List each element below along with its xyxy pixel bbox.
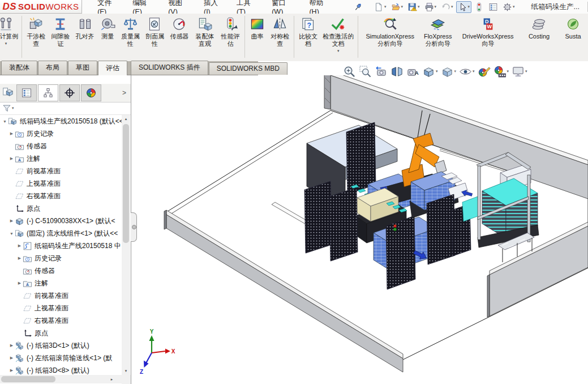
tree-item-sensors[interactable]: 传感器 — [0, 140, 122, 152]
section-view-button[interactable] — [390, 65, 404, 78]
symmetry-check-button[interactable]: 对称检查 — [269, 14, 291, 59]
view-orientation-button[interactable]: ▾ — [422, 65, 438, 78]
apply-scene-button[interactable]: ▾ — [493, 65, 509, 78]
simulationxpress-button[interactable]: SimulationXpress 分析向导 — [363, 14, 417, 59]
tree-item-annotations[interactable]: ▶注解 — [0, 152, 122, 165]
tree-item-origin[interactable]: 原点 — [0, 202, 122, 215]
options-list-button[interactable] — [487, 1, 500, 13]
tab-layout[interactable]: 布局 — [38, 61, 67, 75]
open-document-button[interactable]: ▾ — [389, 1, 405, 13]
safety-fence-panel[interactable] — [329, 187, 358, 261]
edit-appearance-button[interactable] — [478, 65, 491, 78]
expander-icon[interactable]: ▶ — [16, 244, 23, 248]
scroll-down-arrow[interactable]: ▾ — [122, 367, 130, 375]
tree-item-front-plane[interactable]: 前视基准面 — [0, 165, 122, 177]
tree-item-top-plane[interactable]: 上视基准面 — [0, 177, 122, 190]
tree-item-origin[interactable]: 原点 — [0, 327, 122, 339]
tree-item-in-context[interactable]: ▶纸箱码垛生产线20150518 中 — [0, 240, 122, 252]
performance-evaluation-button[interactable]: 性能评估 — [220, 14, 242, 59]
tree-item-front-plane[interactable]: 前视基准面 — [0, 289, 122, 302]
expander-icon[interactable]: ▶ — [8, 343, 15, 348]
tab-assembly[interactable]: 装配体 — [1, 61, 37, 75]
tree-item-left-roller-conveyor[interactable]: ▶(-) 左纸箱滚筒输送线<1> (默 — [0, 352, 122, 364]
tree-item-annotations[interactable]: ▶注解 — [0, 277, 122, 289]
expander-icon[interactable]: ▶ — [8, 156, 15, 161]
save-button[interactable]: ▾ — [406, 1, 422, 13]
expander-icon[interactable]: ▶ — [8, 356, 15, 360]
floxpress-button[interactable]: FloXpress 分析向导 — [423, 14, 452, 59]
displaymanager-tab[interactable] — [38, 84, 58, 101]
sustainability-button[interactable]: Susta — [559, 14, 587, 59]
expander-icon[interactable]: ▶ — [16, 281, 23, 285]
filter-funnel-icon[interactable] — [2, 104, 11, 113]
expand-panel-arrow[interactable]: > — [122, 89, 126, 97]
panel-splitter-handle[interactable] — [131, 212, 137, 242]
sensor-button[interactable]: 传感器 — [168, 14, 190, 59]
measure-button[interactable]: 测量 — [98, 14, 117, 59]
tab-sketch[interactable]: 草图 — [68, 61, 97, 75]
driveworksxpress-button[interactable]: DriveWorksXpress 向导 — [459, 14, 517, 59]
print-button[interactable]: ▾ — [423, 1, 439, 13]
view-settings-button[interactable]: ▾ — [512, 65, 527, 78]
new-document-button[interactable]: ▾ — [372, 1, 388, 13]
assembly-visualization-button[interactable]: 装配体直观 — [192, 14, 217, 59]
graphics-area[interactable]: Y X Z — [131, 75, 588, 384]
expander-icon[interactable]: ▼ — [2, 120, 8, 123]
tree-item-flowline-assembly[interactable]: ▼(固定) 流水线组件<1> (默认<< — [0, 227, 122, 240]
rebuild-button[interactable] — [473, 1, 486, 13]
design-study-button[interactable]: 设计算例▾ — [0, 14, 19, 59]
scroll-up-arrow[interactable]: ▴ — [122, 115, 130, 123]
expander-icon[interactable]: ▶ — [8, 368, 15, 373]
3d-model-scene[interactable]: Y X Z — [131, 75, 588, 384]
tree-item-component-c51090038[interactable]: ▶(-) C-51090038XX<1> (默认< — [0, 215, 122, 227]
safety-fence-panel[interactable] — [386, 216, 415, 289]
left-wall-endcap[interactable] — [164, 210, 166, 229]
scroll-right-arrow[interactable]: ▸ — [108, 375, 116, 383]
settings-button[interactable]: ▾ — [501, 1, 517, 13]
propertymanager-tab[interactable] — [59, 84, 80, 101]
tree-item-top-plane[interactable]: 上视基准面 — [0, 302, 122, 314]
zoom-to-fit-button[interactable] — [343, 65, 356, 78]
safety-fence-panel[interactable] — [427, 194, 455, 264]
tree-horizontal-scrollbar[interactable]: ▸ — [0, 375, 122, 383]
mass-properties-button[interactable]: 质量属性 — [119, 14, 141, 59]
tree-item-carton3d-1[interactable]: ▶(-) 纸箱3D<1> (默认) — [0, 339, 122, 352]
compare-documents-button[interactable]: 比较文档 — [297, 14, 319, 59]
expander-icon[interactable]: ▼ — [8, 232, 15, 236]
annotation-views-button[interactable] — [406, 65, 419, 78]
zoom-to-area-button[interactable] — [359, 65, 372, 78]
expander-icon[interactable]: ▶ — [16, 256, 23, 261]
tree-item-sensors[interactable]: 传感器 — [0, 264, 122, 277]
clearance-verification-button[interactable]: 间隙验证 — [49, 14, 71, 59]
interference-check-button[interactable]: 干涉检查 — [25, 14, 47, 59]
curvature-button[interactable]: 曲率 — [248, 14, 267, 59]
expander-icon[interactable]: ▶ — [8, 131, 15, 136]
tree-item-root-assembly[interactable]: ▼纸箱码垛生产线20150518 (默认<< — [0, 115, 122, 127]
safety-fence-panel[interactable] — [304, 181, 332, 253]
expander-icon[interactable]: ▶ — [8, 219, 15, 223]
tab-solidworks-mbd[interactable]: SOLIDWORKS MBD — [209, 62, 287, 75]
tree-item-carton3d-8[interactable]: ▶(-) 纸箱3D<8> (默认) — [0, 364, 122, 375]
previous-view-button[interactable] — [375, 65, 388, 78]
tab-solidworks-addins[interactable]: SOLIDWORKS 插件 — [131, 61, 208, 75]
undo-button[interactable]: ▾ — [439, 1, 455, 13]
section-properties-button[interactable]: 剖面属性 — [144, 14, 166, 59]
hole-alignment-button[interactable]: 孔对齐 — [74, 14, 96, 59]
costing-button[interactable]: Costing — [525, 14, 553, 59]
select-tool-button[interactable]: ▾ — [456, 1, 472, 13]
scrollbar-thumb[interactable] — [1, 376, 55, 382]
display-style-button[interactable]: ▾ — [441, 65, 457, 78]
right-wall-endcap[interactable] — [487, 275, 490, 317]
tree-vertical-scrollbar[interactable]: ▴ ▾ — [122, 115, 130, 375]
configurationmanager-tab[interactable] — [81, 84, 101, 101]
tree-item-history[interactable]: ▶历史记录 — [0, 127, 122, 140]
featuremanager-tab[interactable] — [16, 84, 37, 101]
tree-item-right-plane[interactable]: 右视基准面 — [0, 190, 122, 202]
check-active-document-button[interactable]: 检查激活的文档▾ — [321, 14, 355, 59]
scrollbar-thumb[interactable] — [123, 124, 129, 243]
pin-menu-button[interactable] — [351, 1, 364, 13]
tree-item-history[interactable]: ▶历史记录 — [0, 252, 122, 264]
hide-show-items-button[interactable]: ▾ — [459, 65, 475, 78]
tree-item-right-plane[interactable]: 右视基准面 — [0, 314, 122, 327]
tab-evaluate[interactable]: 评估 — [98, 61, 127, 75]
